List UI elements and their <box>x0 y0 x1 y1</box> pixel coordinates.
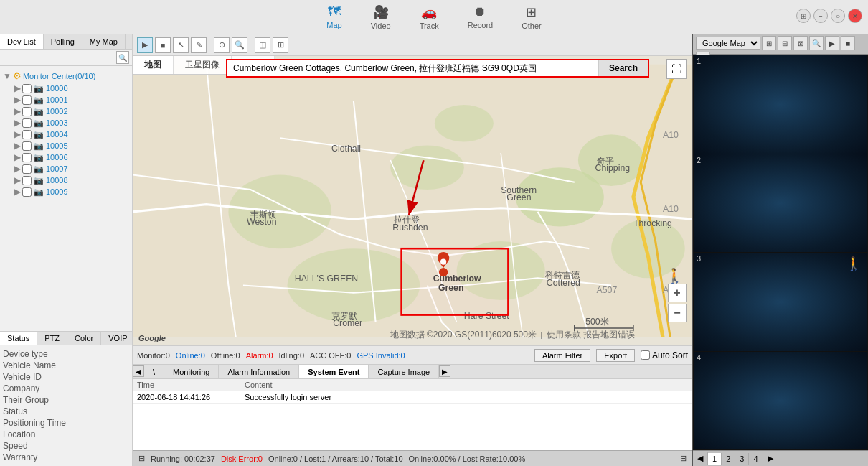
map-search-button[interactable]: Search <box>598 60 648 76</box>
restore-button[interactable]: ○ <box>831 9 845 23</box>
log-tab-alarm[interactable]: Alarm Information <box>219 365 299 378</box>
close-button[interactable]: ✕ <box>848 9 862 23</box>
right-tab-1[interactable]: 1 <box>708 453 722 465</box>
nav-record[interactable]: ⏺ Record <box>453 1 507 32</box>
log-tab-monitoring[interactable]: \ <box>144 365 164 378</box>
device-label-10008[interactable]: 10008 <box>46 176 68 185</box>
video-cell-3[interactable]: 3 🚶 <box>694 253 867 351</box>
pegman-icon[interactable]: 🚶 <box>666 267 684 284</box>
right-tb-btn-3[interactable]: ⊠ <box>793 36 808 50</box>
right-tab-4[interactable]: 4 <box>749 453 763 465</box>
nav-map[interactable]: 🗺 Map <box>312 1 356 32</box>
tree-search-button[interactable]: 🔍 <box>116 51 129 64</box>
device-label-10004[interactable]: 10004 <box>46 130 68 139</box>
checkbox-10006[interactable] <box>22 153 32 162</box>
nav-video[interactable]: 🎥 Video <box>357 1 405 33</box>
device-label-10005[interactable]: 10005 <box>46 141 68 150</box>
expand-10007[interactable]: ▶ <box>14 164 21 174</box>
right-tb-btn-1[interactable]: ⊞ <box>762 36 776 50</box>
right-tb-btn-6[interactable]: ■ <box>841 36 855 50</box>
svg-text:Green: Green <box>506 193 531 203</box>
status-monitor: Monitor:0 <box>137 351 170 360</box>
tab-mymap[interactable]: My Map <box>82 34 126 49</box>
log-nav-left[interactable]: ◀ <box>133 365 144 377</box>
device-label-10002[interactable]: 10002 <box>46 107 68 116</box>
map-type-select[interactable]: Google Map <box>696 37 760 50</box>
minimize-button[interactable]: − <box>813 9 828 23</box>
map-tab-ditu[interactable]: 地图 <box>133 56 174 74</box>
device-icon-10002: 📷 <box>34 107 44 116</box>
right-tab-3[interactable]: 3 <box>735 453 749 465</box>
expand-10005[interactable]: ▶ <box>14 141 21 151</box>
export-button[interactable]: Export <box>596 349 635 362</box>
tab-status[interactable]: Status <box>0 332 37 345</box>
checkbox-10002[interactable] <box>22 107 32 116</box>
tab-color[interactable]: Color <box>67 332 101 345</box>
map-search-input[interactable] <box>227 60 598 76</box>
right-tab-2[interactable]: 2 <box>722 453 735 465</box>
expand-10000[interactable]: ▶ <box>14 83 21 93</box>
toolbar-play[interactable]: ▶ <box>137 37 153 53</box>
toolbar-cursor[interactable]: ↖ <box>173 37 189 53</box>
checkbox-10004[interactable] <box>22 130 32 139</box>
video-cell-4[interactable]: 4 <box>694 352 867 450</box>
expand-10002[interactable]: ▶ <box>14 106 21 116</box>
expand-10006[interactable]: ▶ <box>14 152 21 162</box>
toolbar-grid[interactable]: ◫ <box>255 37 270 53</box>
zoom-in-button[interactable]: + <box>668 284 687 302</box>
right-tb-btn-4[interactable]: 🔍 <box>809 36 824 50</box>
log-nav-right[interactable]: ▶ <box>439 365 450 377</box>
expand-10001[interactable]: ▶ <box>14 95 21 105</box>
device-label-10000[interactable]: 10000 <box>46 84 68 93</box>
tree-root-label[interactable]: Monitor Center(0/10) <box>23 72 96 80</box>
nav-other[interactable]: ⊞ Other <box>507 1 556 33</box>
tree-expand-icon[interactable]: ▼ <box>3 71 11 81</box>
device-label-10006[interactable]: 10006 <box>46 153 68 162</box>
device-label-10009[interactable]: 10009 <box>46 187 68 196</box>
log-tab-system[interactable]: System Event <box>299 365 369 378</box>
status-gps-invalid: GPS Invalid:0 <box>357 351 405 360</box>
expand-10009[interactable]: ▶ <box>14 187 21 197</box>
tab-ptz[interactable]: PTZ <box>37 332 67 345</box>
video-cell-1[interactable]: 1 <box>694 55 867 154</box>
map-fullscreen-button[interactable]: ⛶ <box>666 59 687 79</box>
expand-10004[interactable]: ▶ <box>14 129 21 139</box>
video-cell-2[interactable]: 2 <box>694 154 867 253</box>
tab-voip[interactable]: VOIP <box>101 332 135 345</box>
map-tab-satellite[interactable]: 卫星图像 <box>174 56 232 74</box>
expand-10008[interactable]: ▶ <box>14 175 21 185</box>
maximize-button[interactable]: ⊞ <box>796 9 811 23</box>
checkbox-10000[interactable] <box>22 84 32 93</box>
log-tab-capture[interactable]: Capture Image <box>369 365 439 378</box>
right-tb-btn-5[interactable]: ▶ <box>825 36 839 50</box>
tab-devlist[interactable]: Dev List <box>0 34 44 49</box>
log-tab-monitoring-label[interactable]: Monitoring <box>164 365 219 378</box>
right-tb-btn-2[interactable]: ⊟ <box>778 36 792 50</box>
nav-track[interactable]: 🚗 Track <box>405 1 453 33</box>
toolbar-search[interactable]: 🔍 <box>232 37 247 53</box>
right-tab-nav-left[interactable]: ◀ <box>693 452 708 465</box>
toolbar-layout[interactable]: ⊞ <box>273 37 288 53</box>
checkbox-10009[interactable] <box>22 187 32 197</box>
zoom-out-button[interactable]: − <box>668 304 687 322</box>
device-label-10003[interactable]: 10003 <box>46 118 68 127</box>
tab-polling[interactable]: Polling <box>44 34 82 49</box>
expand-10003[interactable]: ▶ <box>14 118 21 128</box>
status-bar-icon-right[interactable]: ⊟ <box>680 454 687 463</box>
checkbox-10005[interactable] <box>22 141 32 151</box>
toolbar-zoom[interactable]: ⊕ <box>214 37 230 53</box>
device-label-10007[interactable]: 10007 <box>46 164 68 173</box>
status-bar-icon-left[interactable]: ⊟ <box>138 454 145 463</box>
checkbox-10007[interactable] <box>22 164 32 174</box>
checkbox-10008[interactable] <box>22 176 32 185</box>
checkbox-10003[interactable] <box>22 118 32 128</box>
sidebar-tabs: Dev List Polling My Map <box>0 34 132 50</box>
checkbox-10001[interactable] <box>22 95 32 105</box>
window-controls: ⊞ − ○ ✕ <box>796 9 862 23</box>
toolbar-stop[interactable]: ■ <box>155 37 171 53</box>
right-tab-nav-right[interactable]: ▶ <box>763 452 778 465</box>
toolbar-draw[interactable]: ✎ <box>191 37 207 53</box>
device-label-10001[interactable]: 10001 <box>46 95 68 104</box>
alarm-filter-button[interactable]: Alarm Filter <box>534 349 590 362</box>
auto-sort-checkbox[interactable] <box>641 350 650 360</box>
